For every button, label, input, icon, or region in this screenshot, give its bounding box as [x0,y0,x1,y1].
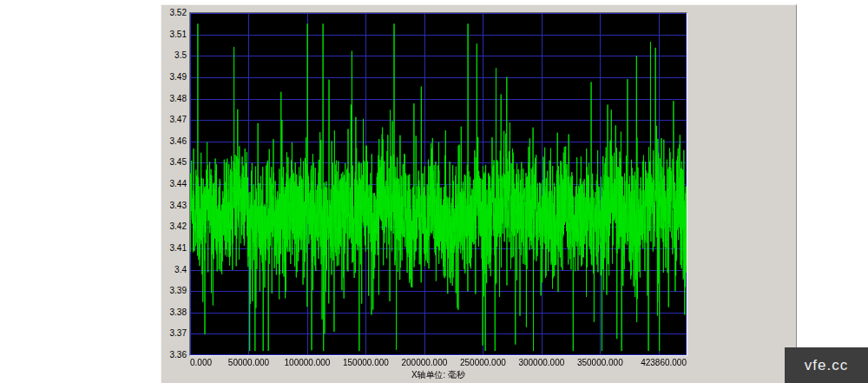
watermark-text: vfe.cc [805,357,848,374]
y-axis-tick-label: 3.36 [161,350,187,360]
x-axis-tick-label: 100000.000 [285,358,331,367]
x-axis-tick-label: 300000.000 [518,358,564,367]
y-axis-tick-label: 3.45 [161,157,187,167]
x-axis-tick-label: 423860.000 [641,358,687,367]
y-axis-tick-label: 3.41 [161,243,187,253]
waveform-canvas [190,13,687,355]
x-axis-tick-label: 200000.000 [401,358,447,367]
x-axis-unit-label: X轴单位: 毫秒 [189,369,687,381]
x-axis-tick-label: 350000.000 [577,358,623,367]
watermark: vfe.cc [785,347,868,383]
plot-area [189,12,687,356]
y-axis-tick-label: 3.5 [161,50,187,60]
y-axis-tick-label: 3.44 [161,179,187,188]
y-axis-tick-label: 3.4 [161,265,187,274]
x-axis-tick-label: 50000.000 [228,358,269,367]
x-axis-tick-label: 250000.000 [460,358,506,367]
y-axis-tick-label: 3.49 [161,72,187,82]
x-axis-tick-label: 150000.000 [343,358,389,367]
y-axis-tick-label: 3.46 [161,136,187,146]
y-axis-tick-label: 3.47 [161,115,187,124]
page: { "chart": { "axis_label": "X轴单位: 毫秒", "… [0,0,868,383]
y-axis-tick-label: 3.48 [161,94,187,103]
y-axis-tick-label: 3.42 [161,221,187,231]
y-axis-tick-label: 3.52 [161,8,187,17]
x-axis-tick-label: 0.000 [190,358,212,367]
y-axis-tick-label: 3.51 [161,30,187,39]
waveform-chart-panel: 3.523.513.53.493.483.473.463.453.443.433… [161,4,797,383]
y-axis-tick-label: 3.43 [161,201,187,210]
y-axis-tick-label: 3.38 [161,307,187,317]
y-axis-tick-label: 3.39 [161,286,187,295]
y-axis-tick-label: 3.37 [161,328,187,338]
